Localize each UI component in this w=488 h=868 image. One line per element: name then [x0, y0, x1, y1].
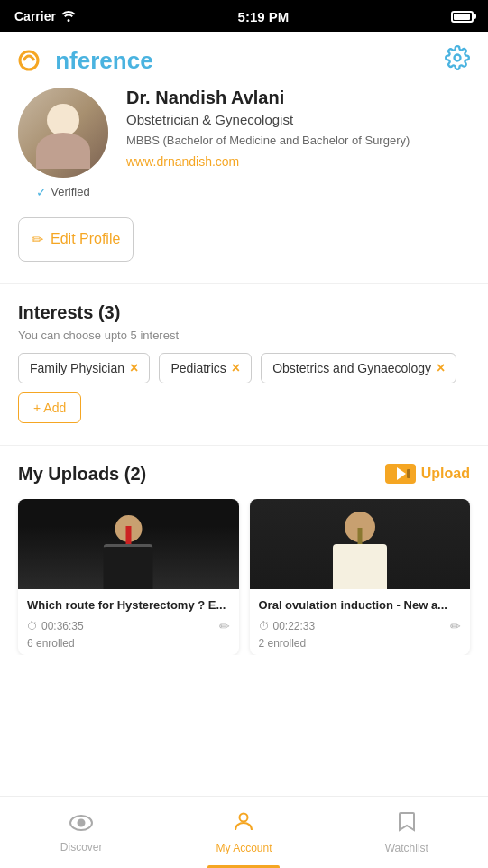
edit-profile-label: Edit Profile — [51, 231, 120, 247]
thumb-body-2 — [333, 544, 387, 589]
video-duration-2: ⏱ 00:22:33 — [259, 620, 316, 633]
tag-pediatrics: Pediatrics × — [159, 353, 252, 383]
tag-label: Family Physician — [30, 361, 124, 375]
nav-item-watchlist[interactable]: Watchlist — [326, 797, 488, 868]
edit-profile-button[interactable]: ✏ Edit Profile — [18, 217, 134, 262]
status-bar-left: Carrier — [14, 9, 76, 24]
doctor-website[interactable]: www.drnandish.com — [126, 154, 470, 169]
thumb-bg-2 — [250, 499, 471, 589]
upload-video-icon — [385, 464, 416, 484]
check-icon: ✓ — [36, 185, 47, 199]
profile-section: ✓ Verified Dr. Nandish Avlani Obstetrici… — [0, 88, 488, 217]
logo-on — [18, 45, 55, 72]
upload-button[interactable]: Upload — [385, 464, 470, 484]
enrolled-count-2: 2 enrolled — [259, 637, 462, 650]
uploads-header: My Uploads (2) Upload — [0, 464, 488, 485]
avatar — [18, 88, 108, 178]
svg-point-0 — [20, 51, 38, 69]
status-bar: Carrier 5:19 PM — [0, 0, 488, 32]
battery-icon — [451, 11, 474, 23]
eye-icon — [69, 812, 93, 837]
edit-video-1-button[interactable]: ✏ — [219, 619, 230, 633]
wifi-icon — [61, 9, 76, 24]
video-card-1[interactable]: Which route for Hysterectomy ? E... ⏱ 00… — [18, 499, 239, 655]
thumb-tie-2 — [357, 528, 362, 544]
bookmark-icon — [398, 811, 416, 838]
doctor-name: Dr. Nandish Avlani — [126, 88, 470, 108]
video-meta-2: ⏱ 00:22:33 ✏ — [259, 619, 462, 633]
logo-text: nference — [55, 47, 152, 74]
interests-section: Interests (3) You can choose upto 5 inte… — [0, 302, 488, 423]
upload-label: Upload — [421, 466, 470, 482]
add-interest-button[interactable]: + Add — [18, 392, 81, 423]
status-bar-right — [451, 11, 474, 23]
app-header: nference — [0, 32, 488, 88]
video-grid: Which route for Hysterectomy ? E... ⏱ 00… — [0, 499, 488, 655]
carrier-label: Carrier — [14, 9, 56, 23]
film-strip — [407, 469, 410, 478]
nav-label-my-account: My Account — [216, 842, 272, 854]
tag-obstetrics: Obstetrics and Gynaecology × — [261, 353, 456, 383]
thumb-body-1 — [104, 544, 153, 589]
nav-item-my-account[interactable]: My Account — [162, 797, 325, 868]
tag-label: Obstetrics and Gynaecology — [272, 361, 431, 375]
svg-point-1 — [455, 55, 461, 61]
profile-info: Dr. Nandish Avlani Obstetrician & Gyneco… — [126, 88, 470, 169]
interests-title: Interests (3) — [18, 302, 470, 323]
thumb-bg-1 — [18, 499, 239, 589]
video-info-1: Which route for Hysterectomy ? E... ⏱ 00… — [18, 589, 239, 655]
remove-pediatrics-button[interactable]: × — [232, 361, 240, 375]
video-info-2: Oral ovulation induction - New a... ⏱ 00… — [250, 589, 471, 655]
tag-family-physician: Family Physician × — [18, 353, 150, 383]
verified-label: Verified — [51, 185, 89, 199]
thumb-tie-1 — [125, 526, 131, 544]
video-thumbnail-1 — [18, 499, 239, 589]
thumb-person-2 — [333, 512, 387, 589]
nav-label-watchlist: Watchlist — [385, 842, 428, 854]
tags-container: Family Physician × Pediatrics × Obstetri… — [18, 353, 470, 423]
remove-family-physician-button[interactable]: × — [130, 361, 138, 375]
video-title-2: Oral ovulation induction - New a... — [259, 598, 462, 614]
avatar-container: ✓ Verified — [18, 88, 108, 199]
remove-obstetrics-button[interactable]: × — [437, 361, 445, 375]
thumb-person-1 — [104, 515, 153, 589]
doctor-specialty: Obstetrician & Gynecologist — [126, 112, 470, 127]
person-icon — [234, 811, 253, 838]
status-time: 5:19 PM — [238, 9, 290, 24]
clock-icon-2: ⏱ — [259, 620, 270, 633]
video-duration-1: ⏱ 00:36:35 — [27, 620, 84, 633]
settings-icon[interactable] — [445, 45, 470, 74]
avatar-image — [18, 88, 108, 178]
doctor-degree: MBBS (Bachelor of Medicine and Bachelor … — [126, 133, 470, 149]
video-meta-1: ⏱ 00:36:35 ✏ — [27, 619, 230, 633]
bottom-nav: Discover My Account Watchlist — [0, 796, 488, 868]
play-icon — [397, 467, 406, 480]
pencil-icon: ✏ — [32, 231, 43, 248]
divider-1 — [0, 283, 488, 284]
svg-point-4 — [240, 813, 248, 821]
duration-value-1: 00:36:35 — [41, 620, 84, 633]
video-title-1: Which route for Hysterectomy ? E... — [27, 598, 230, 614]
tag-label: Pediatrics — [170, 361, 226, 375]
uploads-title: My Uploads (2) — [18, 464, 146, 485]
enrolled-count-1: 6 enrolled — [27, 637, 230, 650]
edit-video-2-button[interactable]: ✏ — [450, 619, 461, 633]
video-card-2[interactable]: Oral ovulation induction - New a... ⏱ 00… — [250, 499, 471, 655]
duration-value-2: 00:22:33 — [273, 620, 316, 633]
video-thumbnail-2 — [250, 499, 471, 589]
verified-badge: ✓ Verified — [36, 185, 89, 199]
interests-subtitle: You can choose upto 5 interest — [18, 328, 470, 342]
divider-2 — [0, 445, 488, 446]
nav-item-discover[interactable]: Discover — [0, 797, 162, 868]
nav-label-discover: Discover — [60, 841, 103, 854]
app-logo: nference — [18, 45, 153, 75]
clock-icon-1: ⏱ — [27, 620, 38, 633]
svg-point-3 — [78, 819, 85, 826]
